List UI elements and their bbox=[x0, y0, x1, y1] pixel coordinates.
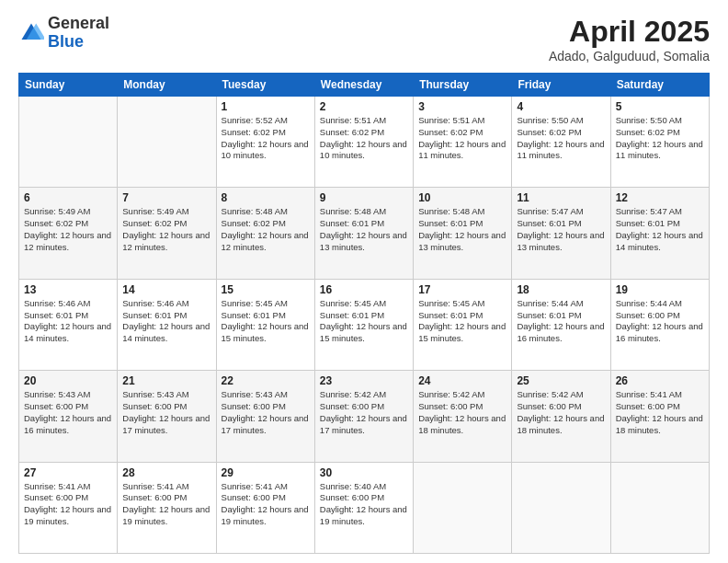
calendar-cell: 4Sunrise: 5:50 AM Sunset: 6:02 PM Daylig… bbox=[512, 97, 610, 188]
day-number: 28 bbox=[122, 466, 210, 479]
header-thursday: Thursday bbox=[414, 74, 512, 97]
calendar-cell: 23Sunrise: 5:42 AM Sunset: 6:00 PM Dayli… bbox=[314, 371, 413, 462]
calendar-cell: 20Sunrise: 5:43 AM Sunset: 6:00 PM Dayli… bbox=[19, 371, 118, 462]
day-info: Sunrise: 5:48 AM Sunset: 6:02 PM Dayligh… bbox=[222, 206, 310, 253]
logo-general-text: General bbox=[48, 14, 109, 32]
header-monday: Monday bbox=[118, 74, 216, 97]
day-info: Sunrise: 5:51 AM Sunset: 6:02 PM Dayligh… bbox=[418, 115, 506, 162]
calendar-cell: 17Sunrise: 5:45 AM Sunset: 6:01 PM Dayli… bbox=[414, 279, 512, 370]
day-number: 24 bbox=[418, 374, 506, 387]
day-info: Sunrise: 5:45 AM Sunset: 6:01 PM Dayligh… bbox=[222, 298, 310, 345]
calendar-cell: 8Sunrise: 5:48 AM Sunset: 6:02 PM Daylig… bbox=[216, 188, 314, 279]
day-number: 8 bbox=[222, 191, 310, 204]
day-info: Sunrise: 5:51 AM Sunset: 6:02 PM Dayligh… bbox=[320, 115, 408, 162]
day-info: Sunrise: 5:47 AM Sunset: 6:01 PM Dayligh… bbox=[517, 206, 605, 253]
day-info: Sunrise: 5:41 AM Sunset: 6:00 PM Dayligh… bbox=[24, 481, 112, 528]
day-info: Sunrise: 5:42 AM Sunset: 6:00 PM Dayligh… bbox=[418, 389, 506, 436]
day-info: Sunrise: 5:43 AM Sunset: 6:00 PM Dayligh… bbox=[24, 389, 112, 436]
calendar-cell: 3Sunrise: 5:51 AM Sunset: 6:02 PM Daylig… bbox=[414, 97, 512, 188]
calendar-week-row: 1Sunrise: 5:52 AM Sunset: 6:02 PM Daylig… bbox=[19, 97, 710, 188]
logo-blue-text: Blue bbox=[48, 32, 84, 51]
logo-text: General Blue bbox=[48, 15, 109, 52]
title-block: April 2025 Adado, Galguduud, Somalia bbox=[549, 15, 710, 63]
day-number: 18 bbox=[517, 283, 605, 296]
day-number: 1 bbox=[222, 100, 310, 113]
logo-icon bbox=[18, 20, 44, 46]
calendar-cell: 25Sunrise: 5:42 AM Sunset: 6:00 PM Dayli… bbox=[512, 371, 610, 462]
calendar-cell: 22Sunrise: 5:43 AM Sunset: 6:00 PM Dayli… bbox=[216, 371, 314, 462]
day-info: Sunrise: 5:43 AM Sunset: 6:00 PM Dayligh… bbox=[222, 389, 310, 436]
day-info: Sunrise: 5:42 AM Sunset: 6:00 PM Dayligh… bbox=[320, 389, 408, 436]
calendar-cell: 29Sunrise: 5:41 AM Sunset: 6:00 PM Dayli… bbox=[216, 462, 314, 553]
calendar-cell: 14Sunrise: 5:46 AM Sunset: 6:01 PM Dayli… bbox=[118, 279, 216, 370]
calendar-table: Sunday Monday Tuesday Wednesday Thursday… bbox=[18, 73, 710, 554]
calendar-cell: 9Sunrise: 5:48 AM Sunset: 6:01 PM Daylig… bbox=[314, 188, 413, 279]
calendar-week-row: 27Sunrise: 5:41 AM Sunset: 6:00 PM Dayli… bbox=[19, 462, 710, 553]
day-info: Sunrise: 5:48 AM Sunset: 6:01 PM Dayligh… bbox=[320, 206, 408, 253]
day-number: 5 bbox=[616, 100, 704, 113]
day-info: Sunrise: 5:44 AM Sunset: 6:00 PM Dayligh… bbox=[616, 298, 704, 345]
day-info: Sunrise: 5:52 AM Sunset: 6:02 PM Dayligh… bbox=[222, 115, 310, 162]
day-info: Sunrise: 5:47 AM Sunset: 6:01 PM Dayligh… bbox=[616, 206, 704, 253]
day-number: 19 bbox=[616, 283, 704, 296]
calendar-cell: 10Sunrise: 5:48 AM Sunset: 6:01 PM Dayli… bbox=[414, 188, 512, 279]
calendar-title: April 2025 bbox=[549, 15, 710, 49]
calendar-week-row: 13Sunrise: 5:46 AM Sunset: 6:01 PM Dayli… bbox=[19, 279, 710, 370]
day-number: 6 bbox=[24, 191, 112, 204]
header-tuesday: Tuesday bbox=[216, 74, 314, 97]
day-number: 26 bbox=[616, 374, 704, 387]
day-info: Sunrise: 5:46 AM Sunset: 6:01 PM Dayligh… bbox=[122, 298, 210, 345]
calendar-cell: 13Sunrise: 5:46 AM Sunset: 6:01 PM Dayli… bbox=[19, 279, 118, 370]
calendar-cell: 24Sunrise: 5:42 AM Sunset: 6:00 PM Dayli… bbox=[414, 371, 512, 462]
header: General Blue April 2025 Adado, Galguduud… bbox=[18, 15, 710, 63]
calendar-cell: 30Sunrise: 5:40 AM Sunset: 6:00 PM Dayli… bbox=[314, 462, 413, 553]
calendar-cell: 16Sunrise: 5:45 AM Sunset: 6:01 PM Dayli… bbox=[314, 279, 413, 370]
calendar-cell: 15Sunrise: 5:45 AM Sunset: 6:01 PM Dayli… bbox=[216, 279, 314, 370]
day-number: 16 bbox=[320, 283, 408, 296]
day-number: 23 bbox=[320, 374, 408, 387]
day-number: 22 bbox=[222, 374, 310, 387]
page: General Blue April 2025 Adado, Galguduud… bbox=[0, 0, 728, 563]
calendar-cell: 21Sunrise: 5:43 AM Sunset: 6:00 PM Dayli… bbox=[118, 371, 216, 462]
day-info: Sunrise: 5:49 AM Sunset: 6:02 PM Dayligh… bbox=[24, 206, 112, 253]
day-info: Sunrise: 5:50 AM Sunset: 6:02 PM Dayligh… bbox=[616, 115, 704, 162]
calendar-cell: 19Sunrise: 5:44 AM Sunset: 6:00 PM Dayli… bbox=[610, 279, 709, 370]
day-info: Sunrise: 5:48 AM Sunset: 6:01 PM Dayligh… bbox=[418, 206, 506, 253]
weekday-header-row: Sunday Monday Tuesday Wednesday Thursday… bbox=[19, 74, 710, 97]
day-number: 27 bbox=[24, 466, 112, 479]
day-number: 20 bbox=[24, 374, 112, 387]
day-number: 29 bbox=[222, 466, 310, 479]
day-number: 13 bbox=[24, 283, 112, 296]
day-info: Sunrise: 5:45 AM Sunset: 6:01 PM Dayligh… bbox=[418, 298, 506, 345]
day-info: Sunrise: 5:44 AM Sunset: 6:01 PM Dayligh… bbox=[517, 298, 605, 345]
day-info: Sunrise: 5:41 AM Sunset: 6:00 PM Dayligh… bbox=[616, 389, 704, 436]
day-number: 11 bbox=[517, 191, 605, 204]
logo: General Blue bbox=[18, 15, 109, 52]
day-info: Sunrise: 5:49 AM Sunset: 6:02 PM Dayligh… bbox=[122, 206, 210, 253]
header-saturday: Saturday bbox=[610, 74, 709, 97]
calendar-cell bbox=[414, 462, 512, 553]
calendar-cell: 12Sunrise: 5:47 AM Sunset: 6:01 PM Dayli… bbox=[610, 188, 709, 279]
calendar-cell: 27Sunrise: 5:41 AM Sunset: 6:00 PM Dayli… bbox=[19, 462, 118, 553]
calendar-cell bbox=[610, 462, 709, 553]
header-wednesday: Wednesday bbox=[314, 74, 413, 97]
day-number: 2 bbox=[320, 100, 408, 113]
day-number: 9 bbox=[320, 191, 408, 204]
day-number: 17 bbox=[418, 283, 506, 296]
calendar-cell bbox=[118, 97, 216, 188]
calendar-cell bbox=[512, 462, 610, 553]
header-friday: Friday bbox=[512, 74, 610, 97]
day-info: Sunrise: 5:45 AM Sunset: 6:01 PM Dayligh… bbox=[320, 298, 408, 345]
day-info: Sunrise: 5:41 AM Sunset: 6:00 PM Dayligh… bbox=[122, 481, 210, 528]
calendar-week-row: 6Sunrise: 5:49 AM Sunset: 6:02 PM Daylig… bbox=[19, 188, 710, 279]
calendar-cell: 7Sunrise: 5:49 AM Sunset: 6:02 PM Daylig… bbox=[118, 188, 216, 279]
day-info: Sunrise: 5:46 AM Sunset: 6:01 PM Dayligh… bbox=[24, 298, 112, 345]
day-number: 12 bbox=[616, 191, 704, 204]
calendar-location: Adado, Galguduud, Somalia bbox=[549, 49, 710, 63]
day-number: 21 bbox=[122, 374, 210, 387]
calendar-cell: 28Sunrise: 5:41 AM Sunset: 6:00 PM Dayli… bbox=[118, 462, 216, 553]
calendar-week-row: 20Sunrise: 5:43 AM Sunset: 6:00 PM Dayli… bbox=[19, 371, 710, 462]
calendar-cell: 6Sunrise: 5:49 AM Sunset: 6:02 PM Daylig… bbox=[19, 188, 118, 279]
day-number: 25 bbox=[517, 374, 605, 387]
day-number: 15 bbox=[222, 283, 310, 296]
